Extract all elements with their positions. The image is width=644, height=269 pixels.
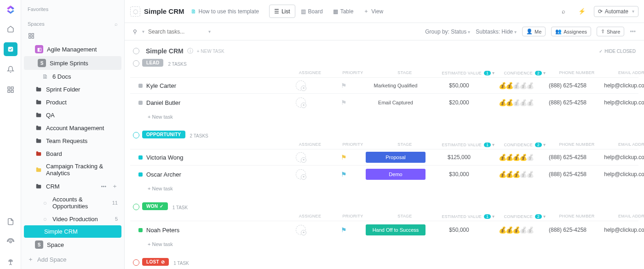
- email-cell[interactable]: help@clickup.com: [597, 227, 644, 233]
- status-pill[interactable]: LEAD: [142, 59, 163, 67]
- hide-closed-toggle[interactable]: ✓HIDE CLOSED: [599, 49, 636, 54]
- filter-icon[interactable]: ⚲: [133, 29, 137, 35]
- est-value-cell[interactable]: $20,000: [429, 99, 489, 106]
- phone-cell[interactable]: (888) 625-4258: [542, 82, 593, 89]
- group-by-select[interactable]: Group by: Status▾: [425, 29, 470, 35]
- sidebar-item-video-prod[interactable]: ○Video Production5: [21, 212, 124, 225]
- rail-tasks-icon[interactable]: [4, 42, 17, 56]
- status-pill[interactable]: OPPORTUNITY: [142, 131, 185, 138]
- stage-chip[interactable]: Demo: [366, 169, 426, 180]
- search-icon[interactable]: ⌕: [115, 21, 118, 27]
- stage-chip[interactable]: Marketing Qualified: [366, 80, 426, 91]
- sidebar-item-sprint-folder[interactable]: Sprint Folder: [21, 83, 124, 96]
- assignee-placeholder[interactable]: [296, 97, 306, 108]
- more-icon[interactable]: •••: [101, 183, 106, 189]
- more-icon[interactable]: •••: [630, 29, 636, 35]
- assignee-placeholder[interactable]: [296, 80, 306, 91]
- group-status-icon[interactable]: [133, 132, 139, 138]
- search-icon[interactable]: ⌕: [557, 5, 570, 18]
- sidebar-item-board[interactable]: Board: [21, 147, 124, 160]
- tab-board[interactable]: ▥Board: [296, 5, 328, 18]
- status-pill[interactable]: LOST ⊘: [142, 258, 169, 266]
- col-priority[interactable]: PRIORITY: [334, 70, 371, 75]
- col-email[interactable]: EMAIL ADDRESS: [606, 214, 644, 219]
- col-priority[interactable]: PRIORITY: [334, 214, 371, 219]
- rail-docs-icon[interactable]: [4, 215, 17, 229]
- col-email[interactable]: EMAIL ADDRESS: [606, 142, 644, 147]
- list-status-icon[interactable]: [133, 48, 139, 54]
- col-est-value[interactable]: ESTIMATED VALUE 1▾: [438, 70, 498, 75]
- favorites-heading[interactable]: Favorites: [21, 4, 124, 15]
- stage-chip[interactable]: Proposal: [366, 152, 426, 163]
- task-row[interactable]: Victoria Wong ⚑ Proposal $125,000 💰💰💰💰💰 …: [130, 149, 638, 165]
- tab-list[interactable]: ☰List: [269, 5, 295, 18]
- spaces-heading[interactable]: Spaces⌕: [21, 18, 124, 29]
- status-dot[interactable]: [138, 172, 143, 177]
- col-assignee[interactable]: ASSIGNEE: [289, 142, 331, 147]
- priority-flag-icon[interactable]: ⚑: [341, 99, 347, 106]
- confidence-cell[interactable]: 💰💰💰💰💰: [493, 171, 539, 178]
- col-confidence[interactable]: CONFIDENCE 2▾: [502, 142, 548, 147]
- est-value-cell[interactable]: $30,000: [429, 171, 489, 177]
- sidebar-item-team-requests[interactable]: Team Requests: [21, 134, 124, 147]
- share-button[interactable]: ⇪Share: [597, 27, 624, 36]
- status-pill[interactable]: WON ✓: [142, 202, 168, 210]
- email-cell[interactable]: help@clickup.com: [597, 171, 644, 177]
- sidebar-item-agile[interactable]: ◧ Agile Management: [21, 42, 124, 56]
- col-est-value[interactable]: ESTIMATED VALUE 1▾: [438, 142, 498, 147]
- confidence-cell[interactable]: 💰💰💰💰💰: [493, 82, 539, 89]
- sidebar-item-account-mgmt[interactable]: Account Management: [21, 121, 124, 134]
- status-dot[interactable]: [138, 155, 143, 160]
- rail-dashboards-icon[interactable]: [4, 83, 17, 97]
- priority-flag-icon[interactable]: ⚑: [341, 171, 347, 178]
- col-est-value[interactable]: ESTIMATED VALUE 1▾: [438, 214, 498, 219]
- col-phone[interactable]: PHONE NUMBER: [552, 214, 602, 219]
- priority-flag-icon[interactable]: ⚑: [341, 82, 347, 89]
- confidence-cell[interactable]: 💰💰💰💰💰: [493, 99, 539, 106]
- group-status-icon[interactable]: [133, 204, 139, 210]
- info-icon[interactable]: ⓘ: [187, 47, 193, 55]
- new-task-button[interactable]: + New task: [130, 239, 638, 250]
- task-row[interactable]: Kyle Carter ⚑ Marketing Qualified $50,00…: [130, 77, 638, 93]
- sidebar-item-space[interactable]: SSpace: [21, 238, 124, 252]
- phone-cell[interactable]: (888) 625-4258: [542, 154, 593, 160]
- group-status-icon[interactable]: [133, 60, 139, 67]
- est-value-cell[interactable]: $125,000: [429, 154, 489, 160]
- group-status-icon[interactable]: [133, 259, 139, 266]
- chevron-down-icon[interactable]: ▾: [142, 29, 144, 34]
- est-value-cell[interactable]: $50,000: [429, 227, 489, 233]
- col-confidence[interactable]: CONFIDENCE 2▾: [502, 70, 548, 75]
- sidebar-item-qa[interactable]: QA: [21, 109, 124, 121]
- col-phone[interactable]: PHONE NUMBER: [552, 70, 602, 75]
- assignees-filter-button[interactable]: 👥Assignees: [551, 27, 591, 36]
- col-assignee[interactable]: ASSIGNEE: [289, 214, 331, 219]
- phone-cell[interactable]: (888) 625-4258: [542, 171, 593, 177]
- status-dot[interactable]: [138, 101, 143, 105]
- new-task-button[interactable]: + NEW TASK: [197, 49, 224, 54]
- rail-goals-icon[interactable]: [4, 255, 17, 269]
- sidebar-item-crm[interactable]: CRM•••＋: [21, 179, 124, 193]
- col-priority[interactable]: PRIORITY: [334, 142, 371, 147]
- add-icon[interactable]: ＋: [112, 182, 118, 190]
- col-stage[interactable]: STAGE: [375, 142, 435, 147]
- confidence-cell[interactable]: 💰💰💰💰💰: [493, 226, 539, 234]
- est-value-cell[interactable]: $50,000: [429, 82, 489, 89]
- assignee-placeholder[interactable]: [296, 225, 306, 235]
- rail-pulse-icon[interactable]: [4, 235, 17, 249]
- list-status-icon[interactable]: ◌: [130, 6, 140, 17]
- task-row[interactable]: Noah Peters ⚑ Hand Off to Success $50,00…: [130, 221, 638, 239]
- status-dot[interactable]: [138, 228, 143, 232]
- me-filter-button[interactable]: 👤Me: [522, 27, 546, 36]
- sidebar-item-everything[interactable]: [21, 29, 124, 42]
- new-task-button[interactable]: + New task: [130, 183, 638, 194]
- add-space-button[interactable]: ＋Add Space: [21, 252, 124, 267]
- task-row[interactable]: Oscar Archer ⚑ Demo $30,000 💰💰💰💰💰 (888) …: [130, 165, 638, 183]
- priority-flag-icon[interactable]: ⚑: [341, 154, 347, 161]
- quick-action-icon[interactable]: ⚡: [575, 5, 588, 18]
- search-input[interactable]: [148, 29, 203, 35]
- col-stage[interactable]: STAGE: [375, 214, 435, 219]
- new-task-button[interactable]: + New task: [130, 111, 638, 122]
- sidebar-item-accounts-opps[interactable]: ○Accounts & Opportunities11: [21, 193, 124, 212]
- status-dot[interactable]: [138, 84, 143, 88]
- subtasks-select[interactable]: Subtasks: Hide▾: [476, 29, 517, 35]
